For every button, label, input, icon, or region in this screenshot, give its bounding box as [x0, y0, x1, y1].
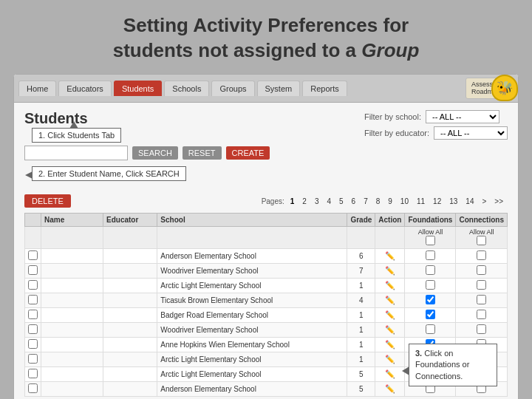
col-header-school: School — [157, 214, 347, 227]
connections-checkbox[interactable] — [477, 295, 486, 304]
foundations-allow-all-checkbox[interactable] — [426, 236, 435, 245]
nav-tab-system[interactable]: System — [257, 81, 301, 96]
page-link-10[interactable]: 10 — [398, 197, 411, 206]
row-educator — [103, 308, 157, 323]
foundations-checkbox[interactable] — [426, 280, 435, 290]
foundations-checkbox[interactable] — [426, 265, 435, 275]
foundations-checkbox[interactable] — [426, 250, 435, 260]
nav-tab-schools[interactable]: Schools — [164, 81, 209, 96]
row-checkbox[interactable] — [28, 324, 38, 334]
row-checkbox[interactable] — [28, 310, 38, 319]
row-action[interactable]: ✏️ — [375, 308, 405, 323]
edit-icon[interactable]: ✏️ — [385, 310, 395, 319]
row-foundations[interactable] — [405, 279, 456, 293]
edit-icon[interactable]: ✏️ — [385, 369, 395, 378]
row-action[interactable]: ✏️ — [375, 382, 405, 397]
nav-tab-home[interactable]: Home — [18, 81, 56, 96]
table-row: Anderson Elementary School6✏️ — [25, 249, 508, 264]
search-input[interactable] — [24, 146, 128, 160]
page-link-11[interactable]: 11 — [415, 197, 427, 206]
table-row: Woodriver Elementary School7✏️ — [25, 264, 508, 279]
filter-educator-select[interactable]: -- ALL -- — [434, 126, 508, 140]
row-connections[interactable] — [456, 323, 508, 338]
edit-icon[interactable]: ✏️ — [385, 296, 395, 304]
toolbar-row: SEARCH RESET CREATE — [24, 146, 508, 160]
row-connections[interactable] — [456, 279, 508, 293]
row-checkbox-cell — [25, 338, 41, 352]
connections-checkbox[interactable] — [477, 265, 486, 275]
edit-icon[interactable]: ✏️ — [385, 281, 395, 290]
page-link-6[interactable]: 6 — [349, 197, 358, 206]
row-checkbox[interactable] — [28, 369, 38, 378]
edit-icon[interactable]: ✏️ — [385, 266, 395, 275]
page-link-last[interactable]: >> — [492, 197, 505, 206]
row-foundations[interactable] — [405, 308, 456, 323]
row-action[interactable]: ✏️ — [375, 323, 405, 338]
row-action[interactable]: ✏️ — [375, 367, 405, 382]
row-checkbox[interactable] — [28, 295, 38, 304]
page-link-3[interactable]: 3 — [313, 197, 321, 206]
foundations-checkbox[interactable] — [426, 310, 435, 319]
edit-icon[interactable]: ✏️ — [385, 355, 395, 364]
row-checkbox[interactable] — [28, 280, 38, 290]
foundations-allow-all[interactable]: Allow All — [405, 227, 456, 249]
row-action[interactable]: ✏️ — [375, 279, 405, 293]
nav-tab-educators[interactable]: Educators — [58, 81, 112, 96]
row-connections[interactable] — [456, 264, 508, 279]
create-button[interactable]: CREATE — [226, 146, 270, 160]
filter-educator-label: Filter by educator: — [364, 129, 429, 137]
edit-icon[interactable]: ✏️ — [385, 340, 395, 349]
row-checkbox-cell — [25, 249, 41, 264]
page-link-2[interactable]: 2 — [300, 197, 309, 206]
edit-icon[interactable]: ✏️ — [385, 251, 395, 260]
page-link-8[interactable]: 8 — [374, 197, 383, 206]
nav-tab-reports[interactable]: Reports — [302, 81, 347, 96]
edit-icon[interactable]: ✏️ — [385, 325, 395, 334]
row-checkbox[interactable] — [28, 339, 38, 349]
foundations-checkbox[interactable] — [426, 324, 435, 334]
filter-school-select[interactable]: -- ALL -- — [426, 110, 499, 123]
row-foundations[interactable] — [405, 264, 456, 279]
connections-checkbox[interactable] — [477, 280, 486, 290]
connections-allow-all[interactable]: Allow All — [456, 227, 508, 249]
row-action[interactable]: ✏️ — [375, 293, 405, 308]
foundations-checkbox[interactable] — [426, 295, 435, 304]
page-link-12[interactable]: 12 — [431, 197, 443, 206]
page-link-7[interactable]: 7 — [361, 197, 370, 206]
nav-tab-students[interactable]: Students — [114, 81, 162, 96]
page-link-14[interactable]: 14 — [463, 197, 476, 206]
connections-checkbox[interactable] — [477, 250, 486, 260]
row-foundations[interactable] — [405, 293, 456, 308]
row-checkbox[interactable] — [28, 354, 38, 364]
page-link-5[interactable]: 5 — [337, 197, 346, 206]
page-link-9[interactable]: 9 — [386, 197, 395, 206]
delete-button[interactable]: DELETE — [24, 194, 71, 208]
row-connections[interactable] — [456, 249, 508, 264]
row-checkbox[interactable] — [28, 250, 38, 260]
row-connections[interactable] — [456, 293, 508, 308]
page-link-13[interactable]: 13 — [447, 197, 460, 206]
page-link-4[interactable]: 4 — [324, 197, 333, 206]
row-foundations[interactable] — [405, 249, 456, 264]
page-link-next[interactable]: > — [480, 197, 488, 206]
filter-school-label: Filter by school: — [364, 112, 421, 121]
edit-icon[interactable]: ✏️ — [385, 384, 395, 393]
search-button[interactable]: SEARCH — [132, 146, 178, 160]
connections-checkbox[interactable] — [477, 324, 486, 334]
row-action[interactable]: ✏️ — [375, 352, 405, 367]
row-grade: 5 — [347, 382, 375, 397]
row-action[interactable]: ✏️ — [375, 249, 405, 264]
row-connections[interactable] — [456, 308, 508, 323]
nav-tab-groups[interactable]: Groups — [211, 81, 254, 96]
connections-allow-all-checkbox[interactable] — [477, 236, 486, 245]
row-checkbox[interactable] — [28, 265, 38, 275]
row-action[interactable]: ✏️ — [375, 264, 405, 279]
row-grade: 6 — [347, 249, 375, 264]
row-foundations[interactable] — [405, 323, 456, 338]
row-checkbox[interactable] — [28, 383, 38, 393]
row-action[interactable]: ✏️ — [375, 338, 405, 352]
page-link-1[interactable]: 1 — [288, 197, 297, 206]
reset-button[interactable]: RESET — [183, 146, 222, 160]
connections-checkbox[interactable] — [477, 310, 486, 319]
row-checkbox-cell — [25, 308, 41, 323]
